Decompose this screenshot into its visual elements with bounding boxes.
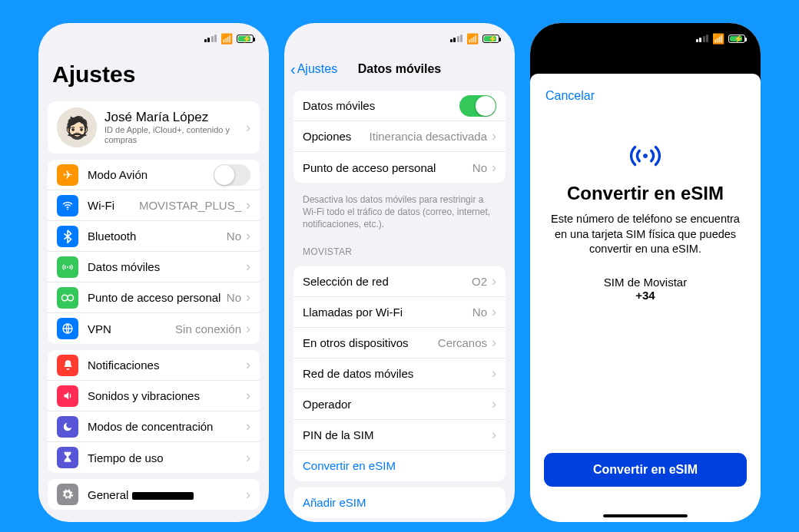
cancel-button[interactable]: Cancelar <box>530 77 610 107</box>
chevron-right-icon: › <box>492 304 496 320</box>
airplane-icon: ✈︎ <box>57 164 78 186</box>
vpn-icon <box>57 318 78 339</box>
profile-card[interactable]: 🧔🏻 José María López ID de Apple, iCloud+… <box>48 101 260 154</box>
row-label: VPN <box>88 322 175 335</box>
chevron-right-icon: › <box>246 487 250 503</box>
general-group: General › <box>48 479 260 510</box>
connectivity-group: ✈︎ Modo Avión Wi-Fi MOVISTAR_PLUS_ › Blu… <box>48 160 260 344</box>
chevron-right-icon: › <box>246 259 250 275</box>
row-mobile-data-network[interactable]: Red de datos móviles › <box>293 359 506 389</box>
sim-carrier-label: SIM de Movistar <box>550 276 741 289</box>
row-convert-esim[interactable]: Convertir en eSIM <box>293 451 506 481</box>
row-add-esim[interactable]: Añadir eSIM <box>293 487 506 518</box>
wifi-icon: 📶 <box>712 33 724 45</box>
row-value: No <box>472 161 487 174</box>
row-network-selection[interactable]: Selección de red O2 › <box>293 266 506 297</box>
chevron-right-icon: › <box>246 289 250 306</box>
chevron-right-icon: › <box>246 321 250 337</box>
row-label: Modo Avión <box>88 168 214 181</box>
alerts-group: Notificaciones › Sonidos y vibraciones ›… <box>48 350 260 473</box>
row-general[interactable]: General › <box>48 479 260 510</box>
mobile-data-toggle[interactable] <box>459 95 496 117</box>
row-wifi-calling[interactable]: Llamadas por Wi-Fi No › <box>293 297 506 328</box>
svg-point-0 <box>67 208 68 210</box>
status-bar: 📶 ⚡ <box>38 23 269 54</box>
row-label: Llamadas por Wi-Fi <box>303 306 472 319</box>
chevron-right-icon: › <box>492 128 496 144</box>
chevron-right-icon: › <box>492 160 496 176</box>
row-wifi[interactable]: Wi-Fi MOVISTAR_PLUS_ › <box>48 190 260 221</box>
row-mobile-data-toggle[interactable]: Datos móviles <box>293 91 506 121</box>
carrier-group: Selección de red O2 › Llamadas por Wi-Fi… <box>293 266 506 481</box>
row-options[interactable]: Opciones Itinerancia desactivada › <box>293 121 506 152</box>
phone-convert-esim: 📶 ⚡ Cancelar Convertir en eSIM Este núme… <box>530 23 761 522</box>
row-focus[interactable]: Modos de concentración › <box>48 411 260 442</box>
section-header-movistar: MOVISTAR <box>284 236 515 260</box>
row-personal-hotspot[interactable]: Punto de acceso personal No › <box>48 283 260 313</box>
row-label: Datos móviles <box>88 260 246 273</box>
row-other-devices[interactable]: En otros dispositivos Cercanos › <box>293 328 506 359</box>
row-hotspot[interactable]: Punto de acceso personal No › <box>293 152 506 183</box>
notch-area: 📶 ⚡ <box>530 23 761 81</box>
row-carrier[interactable]: Operador › <box>293 389 506 420</box>
chevron-right-icon: › <box>246 197 250 213</box>
row-bluetooth[interactable]: Bluetooth No › <box>48 221 260 252</box>
avatar: 🧔🏻 <box>57 107 97 147</box>
row-label: Tiempo de uso <box>88 451 246 464</box>
sheet-description: Este número de teléfono se encuentra en … <box>550 212 741 257</box>
modal-sheet: Cancelar Convertir en eSIM Este número d… <box>530 77 761 522</box>
row-value: Cercanos <box>438 336 487 349</box>
row-label: PIN de la SIM <box>303 428 492 441</box>
row-label: Selección de red <box>303 275 472 288</box>
row-label: Red de datos móviles <box>303 367 492 380</box>
row-vpn[interactable]: VPN Sin conexión › <box>48 313 260 344</box>
add-esim-group: Añadir eSIM <box>293 487 506 518</box>
mobile-data-group: Datos móviles Opciones Itinerancia desac… <box>293 91 506 183</box>
nav-bar: ‹ Ajustes Datos móviles <box>284 54 515 84</box>
page-title: Ajustes <box>38 54 269 95</box>
row-label: Wi-Fi <box>88 199 139 212</box>
row-value: O2 <box>472 275 487 288</box>
chevron-left-icon: ‹ <box>290 61 296 78</box>
chevron-right-icon: › <box>246 120 250 136</box>
airplane-toggle[interactable] <box>214 164 250 186</box>
bluetooth-icon <box>57 226 78 247</box>
row-value: No <box>472 306 487 319</box>
nav-title: Datos móviles <box>358 62 441 76</box>
bell-icon <box>57 355 78 376</box>
hotspot-icon <box>57 287 78 309</box>
row-sim-pin[interactable]: PIN de la SIM › <box>293 420 506 451</box>
row-value: MOVISTAR_PLUS_ <box>139 199 241 212</box>
row-label: General <box>88 488 246 501</box>
row-label: Sonidos y vibraciones <box>88 389 246 402</box>
row-airplane-mode[interactable]: ✈︎ Modo Avión <box>48 160 260 190</box>
phone-mobile-data: 📶 ⚡ ‹ Ajustes Datos móviles Datos móvile… <box>284 23 515 522</box>
convert-esim-button[interactable]: Convertir en eSIM <box>544 453 747 487</box>
moon-icon <box>57 416 78 438</box>
chevron-right-icon: › <box>246 388 250 404</box>
battery-icon: ⚡ <box>237 35 254 43</box>
row-label: En otros dispositivos <box>303 336 438 349</box>
row-value: No <box>227 291 241 304</box>
back-button[interactable]: ‹ Ajustes <box>290 61 337 78</box>
row-screen-time[interactable]: Tiempo de uso › <box>48 442 260 473</box>
chevron-right-icon: › <box>246 228 250 244</box>
chevron-right-icon: › <box>246 450 250 466</box>
row-value: Itinerancia desactivada <box>370 130 487 143</box>
chevron-right-icon: › <box>246 418 250 435</box>
row-label: Operador <box>303 398 492 411</box>
svg-point-5 <box>643 154 648 158</box>
row-mobile-data[interactable]: Datos móviles › <box>48 252 260 283</box>
row-label: Punto de acceso personal <box>303 161 472 174</box>
chevron-right-icon: › <box>246 357 250 373</box>
row-label: Datos móviles <box>303 99 459 112</box>
row-label: Punto de acceso personal <box>88 291 227 304</box>
profile-name: José María López <box>104 110 246 125</box>
phone-number: +34 <box>550 289 741 302</box>
row-label: Añadir eSIM <box>303 496 496 509</box>
svg-point-1 <box>67 266 68 268</box>
chevron-right-icon: › <box>492 273 496 289</box>
row-sounds[interactable]: Sonidos y vibraciones › <box>48 381 260 411</box>
row-value: Sin conexión <box>175 322 241 335</box>
row-notifications[interactable]: Notificaciones › <box>48 350 260 381</box>
